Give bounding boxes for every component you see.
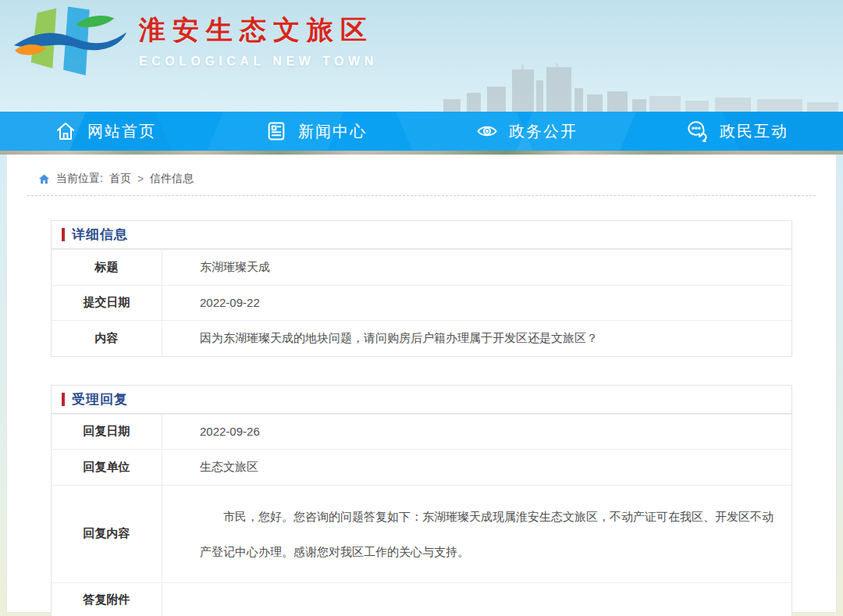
section-accent-bar [62, 393, 65, 406]
reply-section: 受理回复 回复日期 2022-09-26 回复单位 生态文旅区 回复内容 市民，… [51, 385, 792, 616]
nav-item-label: 网站首页 [87, 121, 156, 142]
nav-item-news[interactable]: 新闻中心 [211, 112, 422, 151]
row-label: 答复附件 [52, 583, 162, 616]
row-label: 内容 [52, 321, 162, 356]
section-title: 受理回复 [72, 390, 128, 408]
site-title: 淮安生态文旅区 [139, 12, 378, 48]
site-header: 淮安生态文旅区 ECOLOGICAL NEW TOWN [0, 0, 843, 112]
detail-info-section: 详细信息 标题 东湖璀璨天成 提交日期 2022-09-22 内容 因为东湖璀璨… [51, 220, 792, 357]
row-label: 提交日期 [52, 286, 162, 321]
table-row: 回复单位 生态文旅区 [52, 449, 791, 485]
row-value: 东湖璀璨天成 [162, 250, 791, 285]
main-nav: 网站首页 新闻中心 政务公开 政民互动 [0, 112, 843, 151]
news-icon [265, 120, 287, 142]
nav-item-gov-affairs[interactable]: 政务公开 [422, 112, 632, 151]
breadcrumb-home-link[interactable]: 首页 [109, 172, 131, 186]
row-label: 回复内容 [52, 486, 162, 582]
home-icon [55, 120, 76, 142]
content-panel: 当前位置: 首页 > 信件信息 详细信息 标题 东湖璀璨天成 提交日期 2022… [6, 155, 837, 613]
reply-section-header: 受理回复 [52, 386, 791, 414]
eye-icon [476, 120, 498, 142]
detail-section-header: 详细信息 [52, 221, 791, 249]
row-value: 市民，您好。您咨询的问题答复如下：东湖璀璨天成现属淮安生态文旅区，不动产证可在我… [162, 486, 791, 582]
breadcrumb-current: 信件信息 [150, 172, 194, 186]
site-logo-icon [9, 2, 133, 80]
row-value: 生态文旅区 [162, 450, 791, 485]
site-subtitle: ECOLOGICAL NEW TOWN [139, 55, 378, 69]
breadcrumb-separator: > [137, 173, 144, 185]
chat-icon [687, 120, 709, 142]
row-label: 回复单位 [52, 450, 162, 485]
row-value: 2022-09-22 [162, 286, 791, 321]
breadcrumb-home-icon [38, 173, 50, 185]
row-label: 回复日期 [52, 415, 162, 450]
row-label: 标题 [52, 250, 162, 285]
nav-item-label: 新闻中心 [298, 121, 367, 142]
breadcrumb-prefix: 当前位置: [56, 172, 103, 186]
table-row: 内容 因为东湖璀璨天成的地块问题，请问购房后户籍办理属于开发区还是文旅区？ [52, 320, 791, 356]
table-row: 标题 东湖璀璨天成 [52, 249, 791, 285]
row-value: 因为东湖璀璨天成的地块问题，请问购房后户籍办理属于开发区还是文旅区？ [162, 321, 791, 356]
breadcrumb: 当前位置: 首页 > 信件信息 [27, 170, 816, 196]
row-value: 2022-09-26 [162, 415, 791, 450]
table-row: 答复附件 [52, 582, 791, 616]
nav-item-label: 政务公开 [509, 121, 578, 142]
nav-item-interaction[interactable]: 政民互动 [632, 112, 843, 151]
row-value [162, 583, 791, 616]
table-row: 提交日期 2022-09-22 [52, 285, 791, 321]
city-skyline-image [437, 63, 843, 112]
table-row: 回复内容 市民，您好。您咨询的问题答复如下：东湖璀璨天成现属淮安生态文旅区，不动… [52, 485, 791, 582]
section-title: 详细信息 [72, 226, 128, 244]
table-row: 回复日期 2022-09-26 [52, 414, 791, 450]
section-accent-bar [62, 228, 65, 241]
nav-item-label: 政民互动 [720, 121, 788, 142]
nav-item-home[interactable]: 网站首页 [0, 112, 211, 151]
